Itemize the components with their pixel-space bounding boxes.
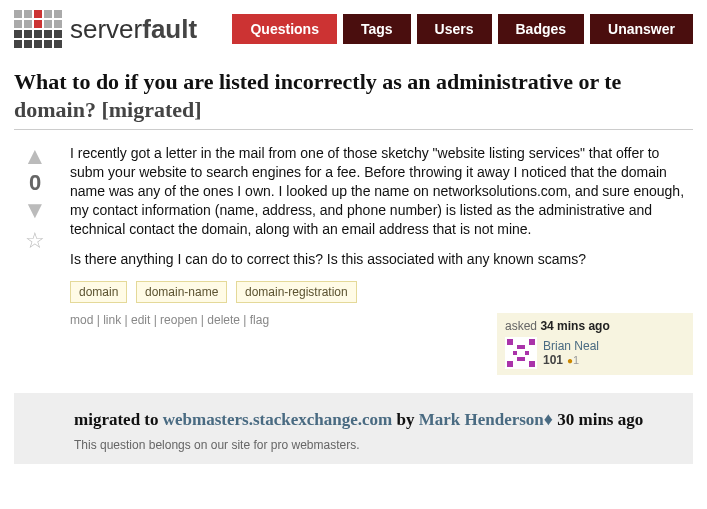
migrated-mod-link[interactable]: Mark Henderson: [419, 410, 544, 429]
avatar[interactable]: [505, 337, 537, 369]
nav-unanswered[interactable]: Unanswer: [590, 14, 693, 44]
migrated-notice: migrated to webmasters.stackexchange.com…: [14, 393, 693, 464]
nav-badges[interactable]: Badges: [498, 14, 585, 44]
tag[interactable]: domain-name: [136, 281, 227, 303]
tag[interactable]: domain: [70, 281, 127, 303]
migrated-desc: This question belongs on our site for pr…: [74, 438, 675, 452]
downvote-button[interactable]: ▼: [14, 198, 56, 222]
svg-rect-0: [507, 339, 513, 345]
user-card: asked 34 mins ago Brian Neal 101●1: [497, 313, 693, 375]
svg-rect-1: [529, 339, 535, 345]
action-mod[interactable]: mod: [70, 313, 93, 327]
action-edit[interactable]: edit: [131, 313, 150, 327]
logo-icon: [14, 10, 62, 48]
nav-questions[interactable]: Questions: [232, 14, 336, 44]
nav-users[interactable]: Users: [417, 14, 492, 44]
vote-score: 0: [14, 170, 56, 196]
vote-column: ▲ 0 ▼ ☆: [14, 144, 56, 375]
user-name[interactable]: Brian Neal: [543, 339, 599, 353]
action-delete[interactable]: delete: [207, 313, 240, 327]
svg-rect-7: [517, 357, 525, 361]
content: What to do if you are listed incorrectly…: [0, 54, 707, 474]
body-paragraph: Is there anything I can do to correct th…: [70, 250, 693, 269]
svg-rect-3: [513, 351, 517, 355]
svg-rect-2: [517, 345, 525, 349]
body-paragraph: I recently got a letter in the mail from…: [70, 144, 693, 238]
diamond-icon: ♦: [544, 409, 553, 429]
tag[interactable]: domain-registration: [236, 281, 357, 303]
svg-rect-5: [507, 361, 513, 367]
header: serverfault Questions Tags Users Badges …: [0, 0, 707, 54]
migrated-site-link[interactable]: webmasters.stackexchange.com: [163, 410, 392, 429]
upvote-button[interactable]: ▲: [14, 144, 56, 168]
main-nav: Questions Tags Users Badges Unanswer: [232, 14, 693, 44]
user-rep: 101: [543, 353, 563, 367]
favorite-button[interactable]: ☆: [14, 228, 56, 254]
question-title: What to do if you are listed incorrectly…: [14, 68, 693, 123]
question-row: ▲ 0 ▼ ☆ I recently got a letter in the m…: [14, 144, 693, 375]
tag-list: domain domain-name domain-registration: [70, 281, 693, 303]
site-logo[interactable]: serverfault: [14, 10, 197, 48]
logo-text: serverfault: [70, 14, 197, 45]
asked-time: 34 mins ago: [540, 319, 609, 333]
question-body: I recently got a letter in the mail from…: [70, 144, 693, 375]
action-link[interactable]: link: [103, 313, 121, 327]
title-divider: [14, 129, 693, 130]
bronze-count: 1: [573, 354, 579, 366]
svg-rect-6: [529, 361, 535, 367]
action-reopen[interactable]: reopen: [160, 313, 197, 327]
action-flag[interactable]: flag: [250, 313, 269, 327]
migrated-heading: migrated to webmasters.stackexchange.com…: [74, 407, 675, 432]
svg-rect-4: [525, 351, 529, 355]
nav-tags[interactable]: Tags: [343, 14, 411, 44]
